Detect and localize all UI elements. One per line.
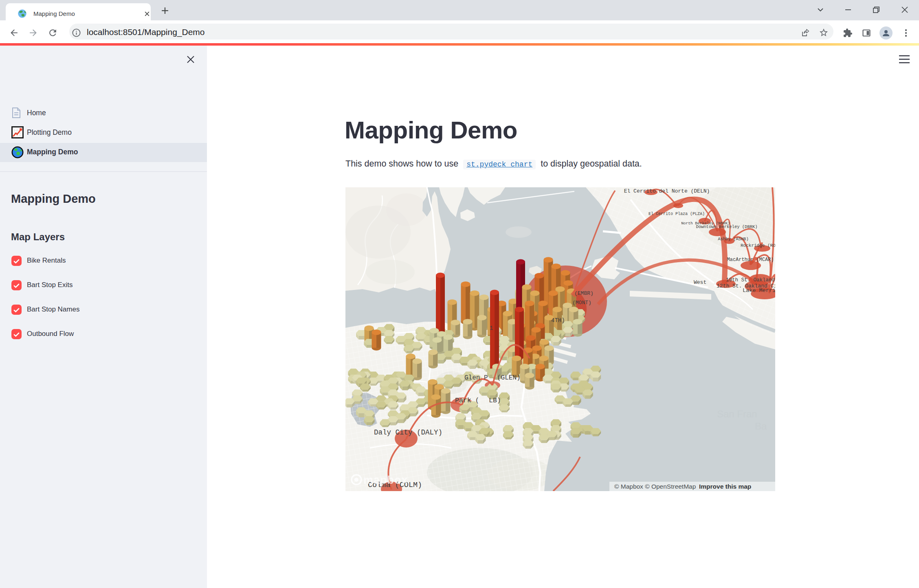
svg-text:Ba: Ba <box>755 421 767 432</box>
svg-text:4TH): 4TH) <box>551 317 565 324</box>
svg-text:Ashby (ASHB): Ashby (ASHB) <box>718 237 749 241</box>
svg-text:Improve this map: Improve this map <box>699 483 751 490</box>
svg-text:El Cerrito Plaza (PLZA): El Cerrito Plaza (PLZA) <box>649 212 705 216</box>
svg-text:LB): LB) <box>489 397 501 404</box>
svg-text:West: West <box>694 279 706 285</box>
svg-text:MacArthur (MCAR): MacArthur (MCAR) <box>727 257 774 263</box>
svg-text:(EMBR): (EMBR) <box>574 290 594 296</box>
svg-text:Downtown Berkeley (DBRK): Downtown Berkeley (DBRK) <box>696 224 757 229</box>
svg-text:Park (: Park ( <box>455 397 479 404</box>
svg-text:19th St. Oakland (: 19th St. Oakland ( <box>726 277 775 283</box>
svg-text:Daly City (DALY): Daly City (DALY) <box>374 428 442 437</box>
svg-text:Lake Merritt: Lake Merritt <box>743 287 775 294</box>
svg-text:Glen P: Glen P <box>464 374 488 382</box>
svg-text:(MONT): (MONT) <box>572 300 591 306</box>
svg-text:Rockridge (ROC: Rockridge (ROC <box>741 243 775 248</box>
svg-text:San Fran: San Fran <box>717 408 757 419</box>
svg-text:El Cerrito del Norte (DELN): El Cerrito del Norte (DELN) <box>624 188 710 194</box>
svg-text:1: 1 <box>490 325 493 331</box>
svg-text:© Mapbox © OpenStreetMap: © Mapbox © OpenStreetMap <box>614 483 696 490</box>
svg-text:mapbox: mapbox <box>363 474 408 486</box>
svg-text:(GLEN): (GLEN) <box>497 374 521 382</box>
